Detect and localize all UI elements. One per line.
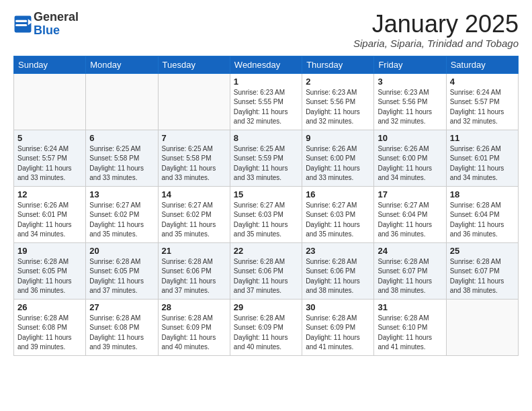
day-number: 29 — [234, 302, 298, 312]
logo-text: GeneralBlue — [34, 11, 79, 38]
cell-info: Sunrise: 6:23 AMSunset: 5:56 PMDaylight:… — [306, 88, 370, 127]
cell-info: Sunrise: 6:25 AMSunset: 5:58 PMDaylight:… — [89, 144, 154, 183]
day-number: 9 — [306, 133, 370, 143]
calendar-cell: 9Sunrise: 6:26 AMSunset: 6:00 PMDaylight… — [302, 130, 374, 186]
calendar-cell: 8Sunrise: 6:25 AMSunset: 5:59 PMDaylight… — [230, 130, 302, 186]
cell-info: Sunrise: 6:26 AMSunset: 6:00 PMDaylight:… — [378, 144, 442, 183]
day-number: 22 — [234, 246, 298, 256]
calendar: SundayMondayTuesdayWednesdayThursdayFrid… — [13, 56, 519, 356]
day-number: 25 — [450, 246, 515, 256]
weekday-header-wednesday: Wednesday — [230, 56, 302, 73]
calendar-cell — [14, 73, 86, 130]
day-number: 28 — [162, 302, 226, 312]
calendar-cell: 26Sunrise: 6:28 AMSunset: 6:08 PMDayligh… — [14, 299, 86, 355]
cell-info: Sunrise: 6:28 AMSunset: 6:08 PMDaylight:… — [89, 314, 154, 353]
cell-info: Sunrise: 6:28 AMSunset: 6:05 PMDaylight:… — [17, 257, 82, 296]
calendar-cell: 4Sunrise: 6:24 AMSunset: 5:57 PMDaylight… — [446, 73, 518, 130]
cell-info: Sunrise: 6:27 AMSunset: 6:03 PMDaylight:… — [234, 201, 298, 240]
calendar-cell — [446, 299, 518, 355]
calendar-cell: 16Sunrise: 6:27 AMSunset: 6:03 PMDayligh… — [302, 186, 374, 242]
cell-info: Sunrise: 6:23 AMSunset: 5:56 PMDaylight:… — [378, 88, 442, 127]
cell-info: Sunrise: 6:27 AMSunset: 6:04 PMDaylight:… — [378, 201, 442, 240]
day-number: 15 — [234, 189, 298, 199]
weekday-header-monday: Monday — [86, 56, 158, 73]
weekday-header-row: SundayMondayTuesdayWednesdayThursdayFrid… — [14, 56, 519, 73]
cell-info: Sunrise: 6:26 AMSunset: 6:01 PMDaylight:… — [17, 201, 82, 240]
weekday-header-thursday: Thursday — [302, 56, 374, 73]
day-number: 7 — [162, 133, 226, 143]
calendar-cell: 21Sunrise: 6:28 AMSunset: 6:06 PMDayligh… — [158, 242, 230, 299]
cell-info: Sunrise: 6:28 AMSunset: 6:06 PMDaylight:… — [162, 257, 226, 296]
day-number: 16 — [306, 189, 370, 199]
cell-info: Sunrise: 6:25 AMSunset: 5:59 PMDaylight:… — [234, 144, 298, 183]
month-title: January 2025 — [353, 11, 519, 38]
calendar-cell: 20Sunrise: 6:28 AMSunset: 6:05 PMDayligh… — [86, 242, 158, 299]
logo-blue: Blue — [34, 24, 60, 37]
day-number: 8 — [234, 133, 298, 143]
day-number: 5 — [17, 133, 82, 143]
cell-info: Sunrise: 6:28 AMSunset: 6:06 PMDaylight:… — [306, 257, 370, 296]
cell-info: Sunrise: 6:26 AMSunset: 6:01 PMDaylight:… — [450, 144, 515, 183]
cell-info: Sunrise: 6:28 AMSunset: 6:09 PMDaylight:… — [234, 314, 298, 353]
day-number: 19 — [17, 246, 82, 256]
day-number: 6 — [89, 133, 154, 143]
cell-info: Sunrise: 6:28 AMSunset: 6:05 PMDaylight:… — [89, 257, 154, 296]
weekday-header-friday: Friday — [374, 56, 446, 73]
calendar-cell: 18Sunrise: 6:28 AMSunset: 6:04 PMDayligh… — [446, 186, 518, 242]
day-number: 1 — [234, 77, 298, 87]
calendar-cell: 1Sunrise: 6:23 AMSunset: 5:55 PMDaylight… — [230, 73, 302, 130]
cell-info: Sunrise: 6:28 AMSunset: 6:06 PMDaylight:… — [234, 257, 298, 296]
calendar-cell: 10Sunrise: 6:26 AMSunset: 6:00 PMDayligh… — [374, 130, 446, 186]
weekday-header-saturday: Saturday — [446, 56, 518, 73]
logo-icon — [13, 15, 32, 34]
calendar-cell: 6Sunrise: 6:25 AMSunset: 5:58 PMDaylight… — [86, 130, 158, 186]
day-number: 21 — [162, 246, 226, 256]
day-number: 14 — [162, 189, 226, 199]
calendar-cell: 19Sunrise: 6:28 AMSunset: 6:05 PMDayligh… — [14, 242, 86, 299]
cell-info: Sunrise: 6:28 AMSunset: 6:04 PMDaylight:… — [450, 201, 515, 240]
page: GeneralBlue January 2025 Siparia, Sipari… — [0, 0, 532, 411]
calendar-cell: 5Sunrise: 6:24 AMSunset: 5:57 PMDaylight… — [14, 130, 86, 186]
cell-info: Sunrise: 6:23 AMSunset: 5:55 PMDaylight:… — [234, 88, 298, 127]
header: GeneralBlue January 2025 Siparia, Sipari… — [13, 11, 519, 49]
day-number: 17 — [378, 189, 442, 199]
cell-info: Sunrise: 6:27 AMSunset: 6:03 PMDaylight:… — [306, 201, 370, 240]
calendar-cell: 11Sunrise: 6:26 AMSunset: 6:01 PMDayligh… — [446, 130, 518, 186]
day-number: 20 — [89, 246, 154, 256]
cell-info: Sunrise: 6:28 AMSunset: 6:10 PMDaylight:… — [378, 314, 442, 353]
calendar-row-1: 1Sunrise: 6:23 AMSunset: 5:55 PMDaylight… — [14, 73, 519, 130]
calendar-cell: 12Sunrise: 6:26 AMSunset: 6:01 PMDayligh… — [14, 186, 86, 242]
calendar-cell: 27Sunrise: 6:28 AMSunset: 6:08 PMDayligh… — [86, 299, 158, 355]
subtitle: Siparia, Siparia, Trinidad and Tobago — [353, 38, 519, 49]
calendar-cell: 2Sunrise: 6:23 AMSunset: 5:56 PMDaylight… — [302, 73, 374, 130]
calendar-cell: 23Sunrise: 6:28 AMSunset: 6:06 PMDayligh… — [302, 242, 374, 299]
cell-info: Sunrise: 6:24 AMSunset: 5:57 PMDaylight:… — [450, 88, 515, 127]
cell-info: Sunrise: 6:28 AMSunset: 6:07 PMDaylight:… — [378, 257, 442, 296]
calendar-row-5: 26Sunrise: 6:28 AMSunset: 6:08 PMDayligh… — [14, 299, 519, 355]
cell-info: Sunrise: 6:27 AMSunset: 6:02 PMDaylight:… — [162, 201, 226, 240]
svg-rect-3 — [15, 24, 27, 26]
calendar-cell: 13Sunrise: 6:27 AMSunset: 6:02 PMDayligh… — [86, 186, 158, 242]
logo: GeneralBlue — [13, 11, 79, 38]
day-number: 30 — [306, 302, 370, 312]
day-number: 11 — [450, 133, 515, 143]
day-number: 18 — [450, 189, 515, 199]
cell-info: Sunrise: 6:28 AMSunset: 6:07 PMDaylight:… — [450, 257, 515, 296]
calendar-cell — [158, 73, 230, 130]
calendar-cell: 25Sunrise: 6:28 AMSunset: 6:07 PMDayligh… — [446, 242, 518, 299]
calendar-row-3: 12Sunrise: 6:26 AMSunset: 6:01 PMDayligh… — [14, 186, 519, 242]
calendar-cell: 3Sunrise: 6:23 AMSunset: 5:56 PMDaylight… — [374, 73, 446, 130]
cell-info: Sunrise: 6:27 AMSunset: 6:02 PMDaylight:… — [89, 201, 154, 240]
calendar-cell: 30Sunrise: 6:28 AMSunset: 6:09 PMDayligh… — [302, 299, 374, 355]
cell-info: Sunrise: 6:25 AMSunset: 5:58 PMDaylight:… — [162, 144, 226, 183]
weekday-header-sunday: Sunday — [14, 56, 86, 73]
day-number: 12 — [17, 189, 82, 199]
day-number: 4 — [450, 77, 515, 87]
cell-info: Sunrise: 6:26 AMSunset: 6:00 PMDaylight:… — [306, 144, 370, 183]
day-number: 31 — [378, 302, 442, 312]
calendar-row-2: 5Sunrise: 6:24 AMSunset: 5:57 PMDaylight… — [14, 130, 519, 186]
day-number: 10 — [378, 133, 442, 143]
calendar-row-4: 19Sunrise: 6:28 AMSunset: 6:05 PMDayligh… — [14, 242, 519, 299]
day-number: 27 — [89, 302, 154, 312]
calendar-cell: 15Sunrise: 6:27 AMSunset: 6:03 PMDayligh… — [230, 186, 302, 242]
